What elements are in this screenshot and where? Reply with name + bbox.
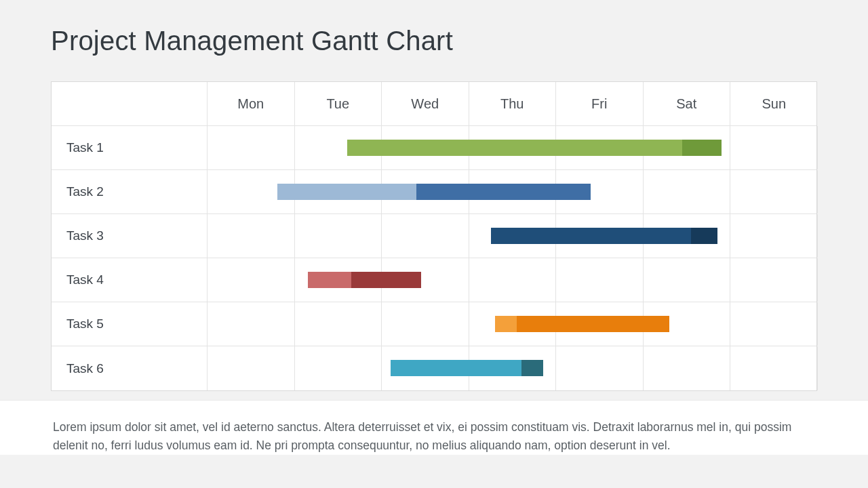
gantt-cell (295, 126, 382, 169)
gantt-cell (556, 346, 644, 390)
gantt-cell (644, 258, 731, 302)
gantt-header-row: MonTueWedThuFriSatSun (52, 82, 816, 126)
gantt-cell (644, 346, 731, 390)
gantt-cell (208, 170, 295, 214)
gantt-task-label: Task 5 (52, 302, 208, 346)
gantt-cell (469, 126, 557, 169)
gantt-row: Task 3 (52, 214, 816, 258)
gantt-task-label: Task 6 (52, 346, 208, 390)
gantt-cell (556, 258, 644, 302)
gantt-header-day: Fri (556, 82, 644, 125)
gantt-cell (382, 214, 469, 258)
gantt-task-label: Task 1 (52, 126, 208, 169)
gantt-task-label: Task 4 (52, 258, 208, 302)
gantt-cell (295, 214, 382, 258)
gantt-header-day: Thu (469, 82, 557, 125)
gantt-cell (556, 302, 644, 346)
gantt-cell (730, 258, 818, 302)
gantt-cell (556, 126, 644, 169)
gantt-row: Task 1 (52, 126, 816, 170)
gantt-cell (382, 126, 469, 169)
gantt-cell (382, 258, 469, 302)
slide: Project Management Gantt Chart MonTueWed… (0, 0, 868, 488)
gantt-cell (469, 346, 557, 390)
gantt-row: Task 4 (52, 258, 816, 302)
gantt-cell (295, 170, 382, 214)
gantt-cell (644, 126, 731, 169)
gantt-cell (295, 302, 382, 346)
page-title: Project Management Gantt Chart (51, 26, 453, 56)
gantt-chart: MonTueWedThuFriSatSunTask 1Task 2Task 3T… (51, 81, 817, 391)
gantt-header-day: Mon (208, 82, 295, 125)
gantt-cell (556, 170, 644, 214)
gantt-header-day: Wed (382, 82, 469, 125)
gantt-cell (208, 258, 295, 302)
gantt-cell (644, 214, 731, 258)
gantt-cell (208, 214, 295, 258)
gantt-cell (730, 214, 818, 258)
gantt-header-day: Sun (730, 82, 818, 125)
gantt-row: Task 2 (52, 170, 816, 214)
gantt-cell (382, 346, 469, 390)
gantt-task-label: Task 3 (52, 214, 208, 258)
gantt-row: Task 5 (52, 302, 816, 346)
footer-area: Lorem ipsum dolor sit amet, vel id aeter… (0, 400, 868, 455)
gantt-cell (382, 170, 469, 214)
gantt-cell (730, 126, 818, 169)
gantt-cell (730, 170, 818, 214)
gantt-cell (556, 214, 644, 258)
gantt-header-blank (52, 82, 208, 125)
gantt-cell (208, 346, 295, 390)
gantt-cell (730, 302, 818, 346)
gantt-cell (469, 258, 557, 302)
gantt-cell (469, 170, 557, 214)
gantt-header-day: Tue (295, 82, 382, 125)
gantt-cell (382, 302, 469, 346)
gantt-header-day: Sat (644, 82, 731, 125)
gantt-cell (208, 302, 295, 346)
gantt-cell (295, 346, 382, 390)
gantt-cell (644, 170, 731, 214)
gantt-cell (469, 302, 557, 346)
gantt-cell (469, 214, 557, 258)
gantt-cell (730, 346, 818, 390)
gantt-cell (208, 126, 295, 169)
gantt-task-label: Task 2 (52, 170, 208, 214)
gantt-row: Task 6 (52, 346, 816, 390)
gantt-cell (295, 258, 382, 302)
footer-text: Lorem ipsum dolor sit amet, vel id aeter… (53, 418, 815, 455)
gantt-cell (644, 302, 731, 346)
